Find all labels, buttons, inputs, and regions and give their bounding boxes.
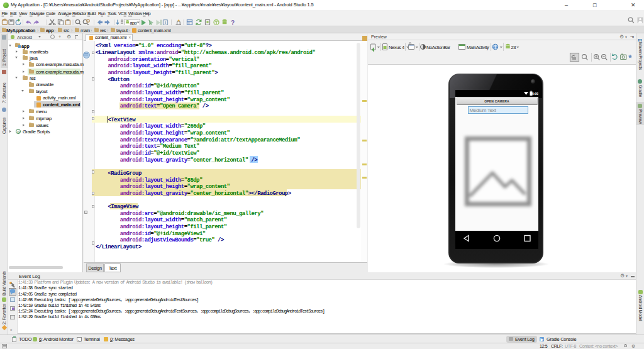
- svg-text:Nexus 4: Nexus 4: [389, 45, 404, 50]
- svg-text:23: 23: [511, 45, 516, 50]
- svg-text:MainActivity: MainActivity: [467, 45, 489, 50]
- svg-text:NoActionBar: NoActionBar: [426, 45, 451, 50]
- svg-text:6:00: 6:00: [532, 92, 538, 96]
